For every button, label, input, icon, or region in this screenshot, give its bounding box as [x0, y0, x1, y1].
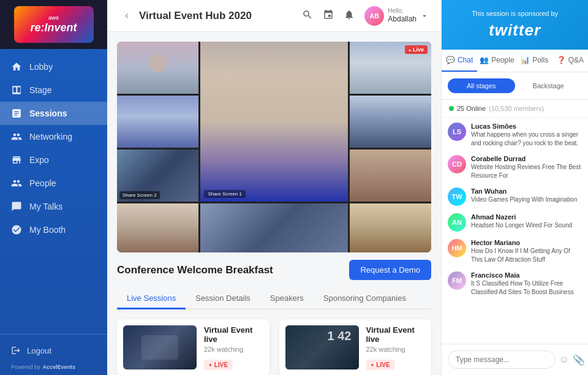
polls-tab-icon: 📊 — [521, 56, 530, 64]
panel-tab-chat[interactable]: 💬 Chat — [442, 50, 477, 72]
booth-icon — [11, 224, 22, 235]
tab-sponsoring[interactable]: Sponsoring Companies — [314, 289, 416, 309]
request-demo-button[interactable]: Request a Demo — [349, 260, 431, 280]
tab-session-details[interactable]: Session Details — [186, 289, 260, 309]
sidebar-item-label: Networking — [29, 132, 72, 142]
chat-message-4: HM Hector Mariano How Do I Know If I M G… — [448, 239, 582, 264]
chat-tab-label: Chat — [458, 56, 473, 64]
sidebar-item-label: Stage — [29, 85, 52, 95]
sponsor-banner: This session is sponsored by twitter — [442, 0, 588, 50]
sidebar-item-sessions[interactable]: Sessions — [0, 102, 107, 125]
home-icon — [11, 61, 22, 72]
live-card-info-1: Virtual Event live 22k watching LIVE — [204, 325, 263, 370]
video-cell-1 — [117, 42, 198, 94]
chat-message-3: AN Ahmad Nazeri Headset No Longer Wired … — [448, 213, 582, 232]
panel-tab-people[interactable]: 👥 People — [477, 50, 516, 72]
logout-icon — [11, 346, 21, 355]
powered-by: Powered by AccelEvents — [11, 364, 96, 370]
video-grid: Live Share Screen 1 Share Screen 2 — [117, 42, 431, 252]
qa-tab-icon: ❓ — [557, 56, 566, 64]
msg-content-3: Ahmad Nazeri Headset No Longer Wired For… — [471, 213, 572, 232]
header-icons: AB Hello, Abdallah — [302, 6, 429, 26]
avatar: AB — [364, 6, 384, 26]
calendar-button[interactable] — [323, 9, 334, 23]
networking-icon — [11, 131, 22, 142]
aws-logo: aws re:Invent — [14, 6, 94, 43]
live-card-title-2: Virtual Event live — [366, 325, 426, 344]
logout-label: Logout — [27, 346, 51, 355]
video-cell-9 — [350, 203, 431, 252]
msg-text-5: It S Classified How To Utilize Free Clas… — [471, 279, 582, 297]
live-card-1: Virtual Event live 22k watching LIVE — [117, 319, 270, 375]
sidebar-item-lobby[interactable]: Lobby — [0, 55, 107, 78]
back-button[interactable] — [119, 9, 134, 23]
avatar-hector: HM — [448, 239, 466, 257]
sidebar-item-my-booth[interactable]: My Booth — [0, 218, 107, 241]
session-title-bar: Conference Welcome Breakfast Request a D… — [117, 260, 431, 280]
sponsor-name: twitter — [451, 21, 578, 40]
chat-input[interactable] — [448, 350, 556, 369]
talks-icon — [11, 201, 22, 212]
chat-message-5: FM Francisco Maia It S Classified How To… — [448, 271, 582, 297]
video-cell-5: Share Screen 2 — [117, 150, 198, 202]
sidebar-item-people[interactable]: People — [0, 172, 107, 195]
people-tab-icon: 👥 — [480, 56, 489, 64]
msg-content-5: Francisco Maia It S Classified How To Ut… — [471, 271, 582, 297]
user-menu[interactable]: AB Hello, Abdallah — [364, 6, 429, 26]
session-title: Conference Welcome Breakfast — [117, 264, 273, 276]
user-name: Hello, Abdallah — [388, 7, 417, 23]
chat-message-1: CD Corabelle Durrad Website Hosting Revi… — [448, 155, 582, 180]
stage-btn-all[interactable]: All stages — [448, 78, 515, 93]
msg-content-2: Tan Wuhan Video Games Playing With Imagi… — [471, 188, 577, 206]
live-card-title-1: Virtual Event live — [204, 325, 263, 344]
sidebar-item-label: My Talks — [29, 202, 62, 211]
search-button[interactable] — [302, 9, 313, 23]
msg-name-0: Lucas Simões — [471, 123, 582, 130]
msg-text-3: Headset No Longer Wired For Sound — [471, 221, 572, 230]
chat-message-2: TW Tan Wuhan Video Games Playing With Im… — [448, 188, 582, 206]
online-count: 25 Online (10,530 members) — [442, 100, 588, 118]
chat-input-area: ☺ 📎 — [442, 344, 588, 375]
msg-text-0: What happens when you cross a singer and… — [471, 131, 582, 148]
main-speaker-cell: Share Screen 1 — [200, 42, 347, 202]
msg-content-4: Hector Mariano How Do I Know If I M Gett… — [471, 239, 582, 264]
chat-message-0: LS Lucas Simões What happens when you cr… — [448, 123, 582, 148]
emoji-button[interactable]: ☺ — [559, 354, 569, 365]
qa-tab-label: Q&A — [568, 56, 584, 64]
sidebar-item-expo[interactable]: Expo — [0, 148, 107, 172]
expo-icon — [11, 154, 22, 165]
sidebar-item-label: Lobby — [29, 62, 53, 72]
tab-speakers[interactable]: Speakers — [260, 289, 314, 309]
msg-content-1: Corabelle Durrad Website Hosting Reviews… — [471, 155, 582, 180]
screen-label: Share Screen 1 — [204, 190, 246, 198]
msg-text-1: Website Hosting Reviews Free The Best Re… — [471, 163, 582, 180]
header: Virtual Event Hub 2020 AB Hello, Abdalla… — [107, 0, 441, 32]
nav-items: Lobby Stage Sessions Networking Expo Peo… — [0, 49, 107, 334]
page-title: Virtual Event Hub 2020 — [139, 10, 302, 22]
video-cell-4 — [350, 96, 431, 148]
sidebar-item-networking[interactable]: Networking — [0, 125, 107, 148]
avatar-corabelle: CD — [448, 155, 466, 173]
attachment-button[interactable]: 📎 — [573, 354, 585, 366]
logout-button[interactable]: Logout — [11, 342, 96, 359]
live-badge: Live — [405, 45, 428, 54]
chat-tab-icon: 💬 — [446, 56, 455, 64]
sidebar-item-label: Sessions — [29, 108, 67, 118]
msg-content-0: Lucas Simões What happens when you cross… — [471, 123, 582, 148]
panel-tab-polls[interactable]: 📊 Polls — [517, 50, 552, 72]
live-card-info-2: Virtual Event live 22k watching LIVE — [366, 325, 426, 370]
polls-tab-label: Polls — [532, 56, 548, 64]
avatar-lucas: LS — [448, 123, 466, 141]
tab-live-sessions[interactable]: Live Sessions — [117, 289, 186, 309]
msg-name-3: Ahmad Nazeri — [471, 213, 572, 221]
notifications-button[interactable] — [344, 9, 355, 23]
logo-area: aws re:Invent — [0, 0, 107, 49]
panel-tab-qa[interactable]: ❓ Q&A — [552, 50, 588, 72]
live-card-thumb-2: 1 42 — [285, 325, 359, 369]
main-content: Virtual Event Hub 2020 AB Hello, Abdalla… — [107, 0, 441, 375]
stage-btn-back[interactable]: Backstage — [515, 78, 582, 93]
sidebar-item-stage[interactable]: Stage — [0, 78, 107, 102]
sidebar-item-my-talks[interactable]: My Talks — [0, 195, 107, 218]
online-members: (10,530 members) — [489, 105, 544, 112]
live-cards: Virtual Event live 22k watching LIVE 1 4… — [117, 319, 431, 375]
